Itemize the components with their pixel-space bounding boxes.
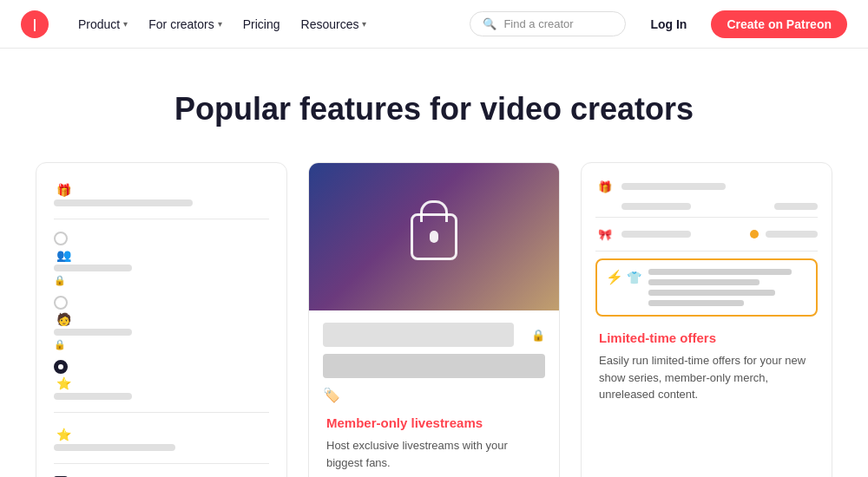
nav-item-resources[interactable]: Resources ▾ [293,12,376,36]
bar [766,231,818,238]
radio-unchecked [54,296,68,310]
bar [621,183,726,190]
video-preview [309,163,559,310]
main-content: Popular features for video creators 🎁 👥 … [0,49,868,477]
feature-card-limited-offers: 🎁 🎀 [581,162,832,477]
c3-row-3: 🎀 [595,225,818,244]
search-icon: 🔍 [483,17,496,30]
divider [54,219,269,219]
bar [621,231,691,238]
search-bar[interactable]: 🔍 Find a creator [470,11,626,36]
nav-right: 🔍 Find a creator Log In Create on Patreo… [470,10,847,38]
bar [774,203,818,210]
lock-small-icon: 🔒 [531,329,545,342]
login-button[interactable]: Log In [636,10,700,38]
illustration-row-3: 🧑 🔒 [54,296,269,351]
nav-item-pricing[interactable]: Pricing [234,12,289,36]
bar [54,393,132,400]
lock-icon: 🔒 [54,275,66,285]
livestreams-text: Member-only livestreams Host exclusive l… [309,415,559,477]
illustration-row-5: ⭐ [54,425,269,451]
highlight-box: ⚡ 👕 [595,258,818,317]
divider [54,463,269,464]
logo[interactable]: | [21,10,52,38]
divider [54,412,269,413]
illustration-row-1: 🎁 [54,180,269,206]
text-line [648,279,760,285]
text-line [648,290,775,296]
feature-card-gated-content: 🎁 👥 🔒 🧑 🔒 [36,162,287,477]
nav-item-product[interactable]: Product ▾ [69,12,136,36]
star-icon: ⭐ [54,425,73,444]
gift-icon: 🎁 [54,180,73,199]
gated-content-illustration: 🎁 👥 🔒 🧑 🔒 [36,163,286,477]
nav-pricing-label: Pricing [243,17,280,31]
lightning-icon: ⚡ [606,269,623,285]
bar [54,199,193,206]
logo-icon: | [21,10,49,38]
nav-for-creators-label: For creators [148,17,214,31]
illustration-row-2: 👥 🔒 [54,232,269,287]
text-line [648,269,792,275]
limited-offers-text: Limited-time offers Easily run limited-t… [582,330,832,421]
bar [54,265,132,271]
gift-wrapped-icon: 🎀 [595,225,615,244]
chevron-down-icon: ▾ [123,19,128,29]
divider [595,217,818,218]
highlight-icons: ⚡ 👕 [606,269,641,285]
feature-cards-row: 🎁 👥 🔒 🧑 🔒 [21,162,847,477]
star-icon: ⭐ [54,374,73,393]
nav-item-for-creators[interactable]: For creators ▾ [140,12,230,36]
livestreams-title: Member-only livestreams [326,415,542,430]
c3-row-2 [595,203,818,210]
people-icon: 👥 [54,245,73,265]
limited-offers-title: Limited-time offers [599,330,814,345]
highlight-text-block [648,269,807,306]
bar [54,444,175,451]
bar [621,203,691,210]
nav-resources-label: Resources [301,17,359,31]
livestreams-illustration: 🔒 🏷️ [309,163,559,415]
radio-checked [54,360,68,374]
search-placeholder: Find a creator [503,17,573,30]
gift-icon: 🎁 [595,177,615,196]
tag-icon: 🏷️ [323,388,340,402]
lock-icon: 🔒 [54,339,66,350]
chevron-down-icon: ▾ [218,19,222,29]
description-bar [323,354,545,378]
limited-offers-desc: Easily run limited-time offers for your … [599,352,814,403]
text-line [648,300,744,306]
limited-offers-illustration: 🎁 🎀 [582,163,832,330]
input-row: 🔒 [323,323,545,347]
c3-row-1: 🎁 [595,177,818,196]
chevron-down-icon: ▾ [362,19,366,29]
feature-card-livestreams: 🔒 🏷️ Member-only livestreams Host exclus… [308,162,560,477]
lock-keyhole [430,231,438,243]
person-icon: 🧑 [54,310,73,329]
divider [595,251,818,252]
illustration-row-4: ⭐ [54,360,269,400]
create-button[interactable]: Create on Patreon [711,10,847,38]
nav-links: Product ▾ For creators ▾ Pricing Resourc… [69,12,470,36]
livestreams-desc: Host exclusive livestreams with your big… [326,437,542,471]
video-controls: 🔒 🏷️ [309,310,559,415]
tshirt-icon: 👕 [627,271,641,284]
page-title: Popular features for video creators [21,90,847,127]
radio-unchecked [54,232,68,245]
nav-product-label: Product [78,17,120,31]
lock-big-icon [411,213,457,260]
navbar: | Product ▾ For creators ▾ Pricing Resou… [0,0,868,49]
bar [54,329,132,336]
input-bar [323,323,514,347]
status-dot [750,230,759,238]
